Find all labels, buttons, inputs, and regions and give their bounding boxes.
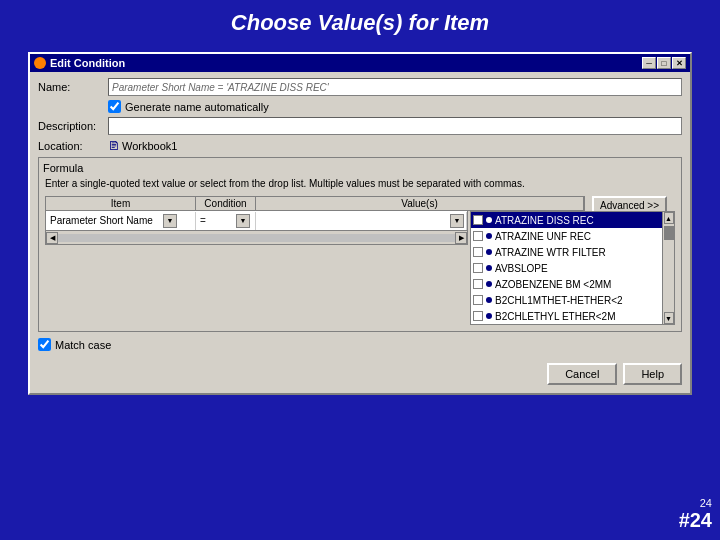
- dropdown-scroll-down[interactable]: ▼: [664, 312, 674, 324]
- horizontal-scrollbar[interactable]: ◀ ▶: [45, 231, 468, 245]
- grid-header-area: Item Condition Value(s) Advanced >>: [45, 196, 675, 211]
- list-dot: [486, 297, 492, 303]
- list-dot: [486, 233, 492, 239]
- list-checkbox[interactable]: [473, 279, 483, 289]
- list-checkbox[interactable]: ✓: [473, 215, 483, 225]
- match-case-label: Match case: [55, 339, 111, 351]
- item-dropdown-arrow[interactable]: ▼: [163, 214, 177, 228]
- dialog-titlebar: Edit Condition ─ □ ✕: [30, 54, 690, 72]
- list-item[interactable]: B2CHLETHYL ETHER<2M: [471, 308, 674, 324]
- cancel-button[interactable]: Cancel: [547, 363, 617, 385]
- page-title: Choose Value(s) for Item: [0, 0, 720, 42]
- list-dot: [486, 313, 492, 319]
- minimize-button[interactable]: ─: [642, 57, 656, 69]
- list-item-text: B2CHLETHYL ETHER<2M: [495, 311, 616, 322]
- match-case-row: Match case: [38, 338, 682, 351]
- bottom-buttons: Cancel Help: [38, 359, 682, 385]
- condition-dropdown-arrow[interactable]: ▼: [236, 214, 250, 228]
- dropdown-scroll-up[interactable]: ▲: [664, 212, 674, 224]
- list-checkbox[interactable]: [473, 295, 483, 305]
- slide-number: 24 #24: [679, 497, 712, 532]
- values-dropdown-arrow[interactable]: ▼: [450, 214, 464, 228]
- match-case-checkbox[interactable]: [38, 338, 51, 351]
- list-item-text: ATRAZINE WTR FILTER: [495, 247, 606, 258]
- maximize-button[interactable]: □: [657, 57, 671, 69]
- list-item[interactable]: AZOBENZENE BM <2MM: [471, 276, 674, 292]
- list-item-text: AVBSLOPE: [495, 263, 548, 274]
- list-item-text: ATRAZINE UNF REC: [495, 231, 591, 242]
- grid-data-area: ▼ ▼ ▼ ◀: [45, 211, 675, 325]
- grid-header: Item Condition Value(s): [45, 196, 585, 211]
- name-input[interactable]: [108, 78, 682, 96]
- list-item-text: B2CHL1MTHET-HETHER<2: [495, 295, 623, 306]
- location-label: Location:: [38, 140, 108, 152]
- location-row: Location: 🖹 Workbook1: [38, 139, 682, 153]
- list-dot: [486, 249, 492, 255]
- list-item[interactable]: ✓ ATRAZINE DISS REC: [471, 212, 674, 228]
- dropdown-scrollbar[interactable]: ▲ ▼: [662, 212, 674, 324]
- header-condition: Condition: [196, 197, 256, 210]
- list-dot: [486, 217, 492, 223]
- scroll-right-arrow[interactable]: ▶: [455, 232, 467, 244]
- dialog-body: Name: Generate name automatically Descri…: [30, 72, 690, 393]
- list-item-text: ATRAZINE DISS REC: [495, 215, 594, 226]
- values-cell-input[interactable]: [258, 213, 450, 229]
- dialog-icon: [34, 57, 46, 69]
- list-checkbox[interactable]: [473, 311, 483, 321]
- list-checkbox[interactable]: [473, 247, 483, 257]
- generate-name-row: Generate name automatically: [108, 100, 682, 113]
- formula-group: Formula Enter a single-quoted text value…: [38, 157, 682, 332]
- formula-legend: Formula: [43, 162, 675, 174]
- name-row: Name:: [38, 78, 682, 96]
- list-checkbox[interactable]: [473, 263, 483, 273]
- header-item: Item: [46, 197, 196, 210]
- list-dot: [486, 265, 492, 271]
- list-dot: [486, 281, 492, 287]
- values-dropdown-list: ▲ ▼ ✓ ATRAZINE DISS REC: [470, 211, 675, 325]
- description-input[interactable]: [108, 117, 682, 135]
- slide-number-small: 24: [679, 497, 712, 509]
- description-label: Description:: [38, 120, 108, 132]
- condition-cell-input[interactable]: [198, 213, 236, 229]
- header-values: Value(s): [256, 197, 584, 210]
- scroll-track[interactable]: [58, 234, 455, 242]
- list-item[interactable]: ATRAZINE WTR FILTER: [471, 244, 674, 260]
- description-row: Description:: [38, 117, 682, 135]
- list-checkbox[interactable]: [473, 231, 483, 241]
- help-button[interactable]: Help: [623, 363, 682, 385]
- generate-name-checkbox[interactable]: [108, 100, 121, 113]
- scroll-left-arrow[interactable]: ◀: [46, 232, 58, 244]
- grid-data-row: ▼ ▼ ▼: [45, 211, 468, 231]
- list-item[interactable]: AVBSLOPE: [471, 260, 674, 276]
- location-value: Workbook1: [122, 140, 177, 152]
- list-item-text: AZOBENZENE BM <2MM: [495, 279, 611, 290]
- formula-description: Enter a single-quoted text value or sele…: [45, 177, 675, 190]
- generate-name-label: Generate name automatically: [125, 101, 269, 113]
- name-label: Name:: [38, 81, 108, 93]
- item-cell-input[interactable]: [48, 213, 163, 229]
- slide-number-large: #24: [679, 509, 712, 532]
- list-item[interactable]: B2CHL1MTHET-HETHER<2: [471, 292, 674, 308]
- location-icon: 🖹: [108, 139, 120, 153]
- edit-condition-dialog: Edit Condition ─ □ ✕ Name: Generate name…: [28, 52, 692, 395]
- scroll-thumb: [664, 226, 674, 240]
- close-button[interactable]: ✕: [672, 57, 686, 69]
- dialog-title: Edit Condition: [50, 57, 125, 69]
- list-item[interactable]: ATRAZINE UNF REC: [471, 228, 674, 244]
